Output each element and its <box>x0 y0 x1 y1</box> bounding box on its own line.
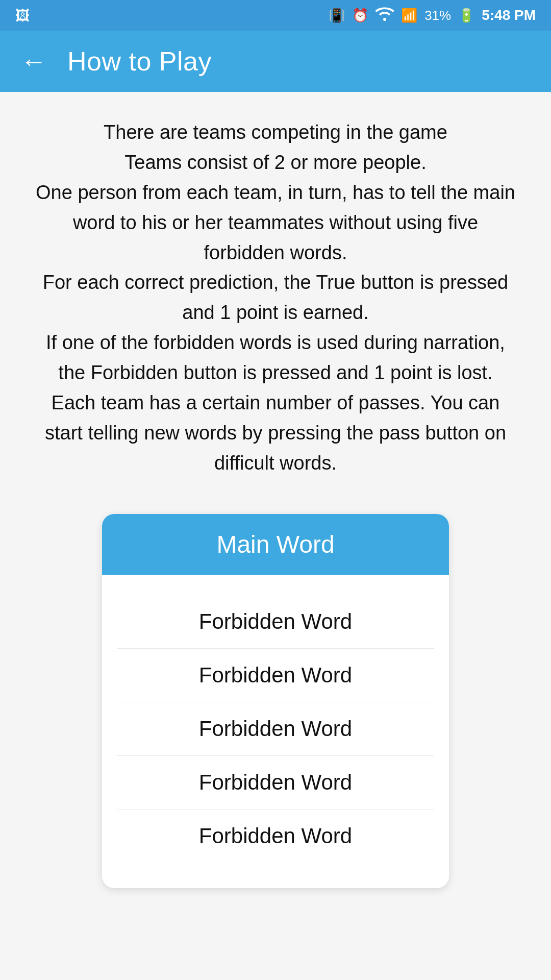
main-word-label: Main Word <box>216 531 334 558</box>
forbidden-word-4: Forbidden Word <box>117 756 434 810</box>
status-time: 5:48 PM <box>482 7 536 23</box>
status-icons: 📳 ⏰ 📶 31% 🔋 5:48 PM <box>329 7 536 24</box>
app-bar: ← How to Play <box>0 31 551 92</box>
wifi-icon <box>375 7 394 24</box>
forbidden-word-1: Forbidden Word <box>117 595 434 649</box>
instructions-text: There are teams competing in the game Te… <box>26 117 525 478</box>
signal-icon: 📶 <box>401 8 417 23</box>
battery-icon: 🔋 <box>458 8 474 23</box>
vibrate-icon: 📳 <box>329 8 345 23</box>
back-button[interactable]: ← <box>20 48 47 75</box>
page-title: How to Play <box>67 46 212 77</box>
forbidden-word-3: Forbidden Word <box>117 702 434 756</box>
main-content: There are teams competing in the game Te… <box>0 92 551 980</box>
status-bar: 🖼 📳 ⏰ 📶 31% 🔋 5:48 PM <box>0 0 551 31</box>
status-bar-left-icon: 🖼 <box>15 7 30 24</box>
alarm-icon: ⏰ <box>352 8 368 23</box>
forbidden-word-2: Forbidden Word <box>117 649 434 702</box>
card-header: Main Word <box>102 514 449 575</box>
word-card: Main Word Forbidden Word Forbidden Word … <box>102 514 449 888</box>
forbidden-word-5: Forbidden Word <box>117 810 434 863</box>
battery-percent: 31% <box>424 8 451 23</box>
card-body: Forbidden Word Forbidden Word Forbidden … <box>102 575 449 888</box>
